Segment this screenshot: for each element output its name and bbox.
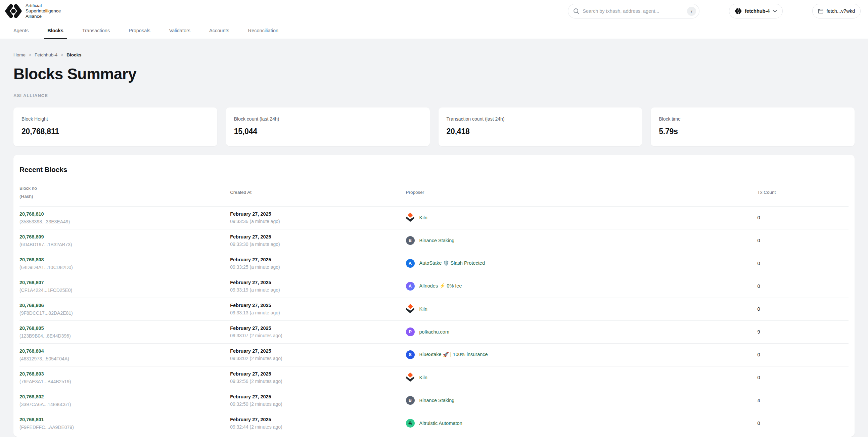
- table-row: 20,768,807 (CF1A4224...1FCD25E0) Februar…: [20, 275, 848, 298]
- created-time: 09:33:19 (a minute ago): [230, 287, 406, 293]
- block-number-link[interactable]: 20,768,803: [20, 371, 44, 377]
- tx-count: 0: [757, 261, 760, 266]
- stat-card-block-time: Block time 5.79s: [651, 108, 855, 146]
- created-time: 09:33:30 (a minute ago): [230, 241, 406, 247]
- tx-count: 4: [757, 398, 760, 403]
- block-hash: (76FAE3A1...B44B2519): [20, 379, 230, 384]
- breadcrumb-home-link[interactable]: Home: [13, 52, 26, 57]
- proposer-icon: B: [406, 396, 415, 405]
- search-box[interactable]: /: [568, 4, 700, 19]
- created-date: February 27, 2025: [230, 234, 406, 239]
- tab-agents[interactable]: Agents: [13, 22, 29, 39]
- col-header-proposer: Proposer: [406, 182, 757, 206]
- proposer-link[interactable]: AutoStake 🛡️ Slash Protected: [420, 260, 485, 266]
- search-shortcut-badge: /: [687, 7, 696, 16]
- page-subtitle: ASI ALLIANCE: [13, 93, 855, 98]
- created-time: 09:32:44 (2 minutes ago): [230, 424, 406, 430]
- block-hash: (CF1A4224...1FCD25E0): [20, 288, 230, 293]
- tab-accounts[interactable]: Accounts: [209, 22, 229, 39]
- block-number-link[interactable]: 20,768,804: [20, 348, 44, 354]
- proposer-icon: P: [406, 327, 415, 336]
- proposer-link[interactable]: Kiln: [420, 306, 428, 312]
- created-date: February 27, 2025: [230, 348, 406, 354]
- created-time: 09:32:56 (2 minutes ago): [230, 379, 406, 384]
- breadcrumb-current: Blocks: [66, 52, 81, 57]
- proposer-icon: [406, 213, 415, 222]
- block-number-link[interactable]: 20,768,801: [20, 417, 44, 422]
- block-hash: (35853398...33E3EA49): [20, 219, 230, 224]
- created-date: February 27, 2025: [230, 280, 406, 285]
- breadcrumb-separator: >: [29, 53, 31, 57]
- proposer-link[interactable]: Binance Staking: [420, 398, 455, 403]
- wallet-button[interactable]: fetch...v7wkd: [812, 4, 861, 19]
- stat-value: 20,768,811: [22, 127, 209, 136]
- search-input[interactable]: [583, 8, 684, 14]
- logo[interactable]: Artificial Superintelligence Alliance: [5, 3, 76, 19]
- search-icon: [573, 8, 579, 14]
- tx-count: 0: [757, 238, 760, 243]
- tx-count: 9: [757, 329, 760, 334]
- main-nav: Agents Blocks Transactions Proposals Val…: [0, 22, 868, 39]
- stats-row: Block Height 20,768,811 Block count (las…: [13, 108, 855, 146]
- stat-card-block-height: Block Height 20,768,811: [13, 108, 217, 146]
- proposer-icon: B: [406, 236, 415, 245]
- proposer-icon: S: [406, 350, 415, 359]
- table-row: 20,768,809 (6D4BD197...1B32AB73) Februar…: [20, 229, 848, 252]
- tab-proposals[interactable]: Proposals: [129, 22, 150, 39]
- breadcrumb-separator: >: [61, 53, 63, 57]
- tx-count: 0: [757, 352, 760, 357]
- tab-validators[interactable]: Validators: [169, 22, 190, 39]
- proposer-link[interactable]: Kiln: [420, 215, 428, 220]
- block-number-link[interactable]: 20,768,810: [20, 211, 44, 217]
- chevron-down-icon: [773, 10, 777, 12]
- created-date: February 27, 2025: [230, 371, 406, 377]
- tx-count: 0: [757, 284, 760, 289]
- block-number-link[interactable]: 20,768,807: [20, 280, 44, 285]
- main-content: Home > Fetchhub-4 > Blocks Blocks Summar…: [0, 39, 868, 437]
- network-selector[interactable]: fetchhub-4: [729, 4, 783, 19]
- tab-reconciliation[interactable]: Reconciliation: [248, 22, 278, 39]
- tx-count: 0: [757, 306, 760, 312]
- app-header: Artificial Superintelligence Alliance / …: [0, 0, 868, 22]
- proposer-link[interactable]: BlueStake 🚀 | 100% insurance: [420, 352, 488, 357]
- table-row: 20,768,803 (76FAE3A1...B44B2519) Februar…: [20, 366, 848, 389]
- blocks-table: Block no (Hash) Created At Proposer Tx C…: [20, 182, 848, 435]
- block-number-link[interactable]: 20,768,809: [20, 234, 44, 239]
- created-date: February 27, 2025: [230, 211, 406, 217]
- block-number-link[interactable]: 20,768,802: [20, 394, 44, 399]
- col-header-created-at: Created At: [230, 182, 406, 206]
- stat-value: 5.79s: [659, 127, 846, 136]
- proposer-link[interactable]: Allnodes ⚡ 0% fee: [420, 283, 462, 289]
- created-time: 09:33:25 (a minute ago): [230, 264, 406, 270]
- block-number-link[interactable]: 20,768,808: [20, 257, 44, 262]
- stat-label: Block Height: [22, 116, 209, 122]
- proposer-icon: ☠: [406, 419, 415, 428]
- table-row: 20,768,801 (F9FEDFFC...AA9DE079) Februar…: [20, 412, 848, 435]
- tab-blocks[interactable]: Blocks: [48, 22, 63, 39]
- col-header-block-no: Block no (Hash): [20, 182, 230, 206]
- proposer-link[interactable]: Altruistic Automaton: [420, 420, 462, 426]
- proposer-link[interactable]: Binance Staking: [420, 238, 455, 243]
- network-label: fetchhub-4: [745, 8, 770, 14]
- wallet-icon: [818, 8, 823, 14]
- proposer-icon: A: [406, 259, 415, 268]
- recent-blocks-card: Recent Blocks Block no (Hash) Created At…: [13, 155, 855, 437]
- blocks-table-body: 20,768,810 (35853398...33E3EA49) Februar…: [20, 206, 848, 435]
- col-header-tx-count: Tx Count: [757, 182, 848, 206]
- tx-count: 0: [757, 420, 760, 426]
- block-number-link[interactable]: 20,768,805: [20, 325, 44, 331]
- page-title: Blocks Summary: [13, 65, 855, 83]
- created-date: February 27, 2025: [230, 303, 406, 308]
- proposer-link[interactable]: polkachu.com: [420, 329, 449, 334]
- breadcrumb-fetchhub-link[interactable]: Fetchhub-4: [35, 52, 57, 57]
- proposer-link[interactable]: Kiln: [420, 375, 428, 380]
- tab-transactions[interactable]: Transactions: [82, 22, 110, 39]
- block-number-link[interactable]: 20,768,806: [20, 303, 44, 308]
- created-time: 09:33:02 (2 minutes ago): [230, 356, 406, 361]
- created-date: February 27, 2025: [230, 394, 406, 399]
- created-date: February 27, 2025: [230, 417, 406, 422]
- proposer-icon: [406, 305, 415, 313]
- network-icon: [735, 8, 742, 14]
- asi-alliance-logo-icon: [5, 3, 22, 19]
- block-hash: (6D4BD197...1B32AB73): [20, 242, 230, 247]
